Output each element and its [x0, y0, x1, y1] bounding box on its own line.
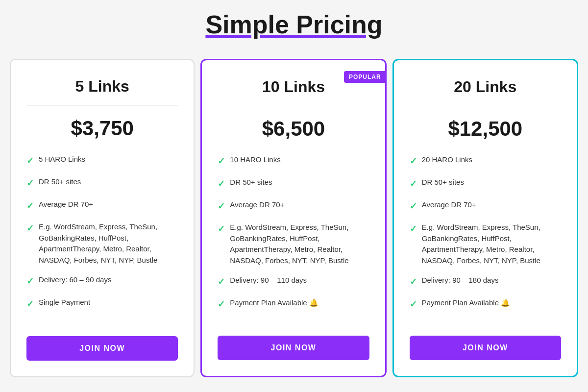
feature-item: ✓ E.g. WordStream, Express, TheSun, GoBa… [410, 222, 561, 266]
plan-title: 5 Links [75, 77, 129, 96]
join-now-button[interactable]: JOIN NOW [410, 336, 561, 360]
check-icon: ✓ [410, 200, 417, 213]
check-icon: ✓ [410, 222, 417, 236]
feature-item: ✓ Single Payment [26, 297, 178, 311]
feature-item: ✓ DR 50+ sites [218, 177, 369, 191]
feature-text: E.g. WordStream, Express, TheSun, GoBank… [39, 221, 178, 266]
feature-text: DR 50+ sites [422, 177, 464, 188]
feature-item: ✓ DR 50+ sites [26, 176, 178, 190]
join-now-button[interactable]: JOIN NOW [218, 336, 369, 360]
check-icon: ✓ [26, 154, 34, 168]
feature-text: E.g. WordStream, Express, TheSun, GoBank… [230, 222, 369, 266]
plan-title: 10 Links [262, 78, 325, 96]
feature-text: E.g. WordStream, Express, TheSun, GoBank… [422, 222, 561, 266]
plan-price: $6,500 [262, 117, 325, 141]
feature-text: 20 HARO Links [422, 154, 472, 166]
feature-item: ✓ DR 50+ sites [410, 177, 561, 191]
feature-text: Delivery: 60 – 90 days [39, 274, 111, 286]
feature-item: ✓ Payment Plan Available 🔔 [410, 297, 561, 311]
pricing-card-popular: POPULAR 10 Links $6,500 ✓ 10 HARO Links … [200, 59, 386, 377]
feature-text: 5 HARO Links [39, 154, 85, 165]
check-icon: ✓ [410, 275, 417, 289]
page-title: Simple Pricing [205, 10, 382, 39]
feature-text: Delivery: 90 – 110 days [230, 275, 307, 286]
check-icon: ✓ [26, 222, 34, 235]
divider [218, 106, 369, 106]
feature-item: ✓ Delivery: 60 – 90 days [26, 274, 178, 288]
feature-text: DR 50+ sites [230, 177, 272, 188]
pricing-card-basic: 5 Links $3,750 ✓ 5 HARO Links ✓ DR 50+ s… [10, 59, 195, 377]
feature-item: ✓ 5 HARO Links [26, 154, 178, 168]
features-list: ✓ 5 HARO Links ✓ DR 50+ sites ✓ Average … [26, 154, 178, 320]
check-icon: ✓ [218, 275, 225, 289]
feature-item: ✓ 20 HARO Links [410, 154, 561, 168]
feature-text: Average DR 70+ [230, 199, 284, 211]
feature-item: ✓ Average DR 70+ [26, 199, 178, 213]
feature-text: Average DR 70+ [422, 199, 476, 211]
plan-price: $12,500 [448, 117, 522, 141]
join-now-button[interactable]: JOIN NOW [26, 336, 178, 361]
divider [26, 105, 178, 106]
plan-title: 20 Links [454, 78, 516, 96]
check-icon: ✓ [410, 155, 417, 168]
feature-text: Single Payment [39, 297, 90, 308]
feature-text: Payment Plan Available 🔔 [230, 297, 318, 309]
pricing-grid: 5 Links $3,750 ✓ 5 HARO Links ✓ DR 50+ s… [10, 59, 578, 377]
check-icon: ✓ [26, 177, 34, 190]
popular-badge: POPULAR [344, 71, 386, 83]
divider [410, 106, 561, 106]
check-icon: ✓ [218, 155, 225, 168]
feature-text: 10 HARO Links [230, 154, 280, 166]
feature-item: ✓ Payment Plan Available 🔔 [218, 297, 369, 311]
check-icon: ✓ [410, 298, 417, 311]
check-icon: ✓ [218, 222, 225, 236]
feature-item: ✓ 10 HARO Links [218, 154, 369, 168]
feature-item: ✓ Delivery: 90 – 180 days [410, 275, 561, 289]
feature-text: DR 50+ sites [39, 176, 81, 188]
feature-text: Delivery: 90 – 180 days [422, 275, 499, 286]
plan-price: $3,750 [71, 117, 133, 140]
pricing-card-premium: 20 Links $12,500 ✓ 20 HARO Links ✓ DR 50… [392, 59, 578, 377]
feature-item: ✓ Delivery: 90 – 110 days [218, 275, 369, 289]
check-icon: ✓ [410, 177, 417, 191]
check-icon: ✓ [26, 275, 34, 288]
check-icon: ✓ [218, 177, 225, 191]
feature-item: ✓ Average DR 70+ [218, 199, 369, 213]
check-icon: ✓ [218, 298, 225, 311]
check-icon: ✓ [218, 200, 225, 213]
feature-item: ✓ Average DR 70+ [410, 199, 561, 213]
features-list: ✓ 20 HARO Links ✓ DR 50+ sites ✓ Average… [410, 154, 561, 320]
feature-item: ✓ E.g. WordStream, Express, TheSun, GoBa… [218, 222, 369, 266]
feature-item: ✓ E.g. WordStream, Express, TheSun, GoBa… [26, 221, 178, 266]
feature-text: Payment Plan Available 🔔 [422, 297, 511, 309]
feature-text: Average DR 70+ [39, 199, 93, 210]
features-list: ✓ 10 HARO Links ✓ DR 50+ sites ✓ Average… [218, 154, 369, 320]
check-icon: ✓ [26, 297, 34, 311]
check-icon: ✓ [26, 199, 34, 213]
